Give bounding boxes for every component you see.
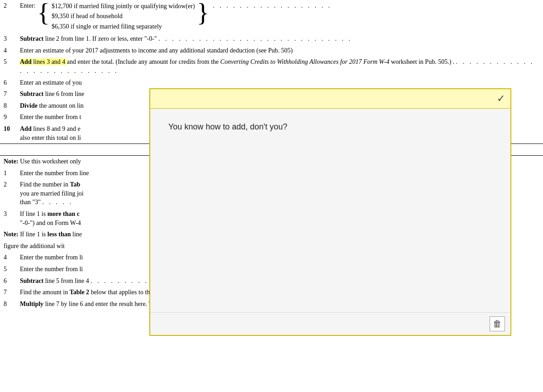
line-4-num: 4 — [4, 46, 20, 55]
tooltip-message: You know how to add, don't you? — [168, 122, 287, 131]
line-5-italic: Converting Credits to Withholding Allowa… — [220, 58, 390, 65]
note-2-label: Note: — [4, 231, 19, 238]
tline-3-num: 3 — [4, 210, 20, 219]
tline-7-num: 7 — [4, 288, 20, 297]
line-4-content: Enter an estimate of your 2017 adjustmen… — [20, 46, 539, 55]
line-2-option-3: $6,350 if single or married filing separ… — [52, 22, 195, 32]
tline-2-num: 2 — [4, 180, 20, 189]
line-10-num: 10 — [4, 124, 20, 134]
line-5-highlighted: lines 3 and 4 — [33, 58, 67, 65]
tooltip-footer: 🗑 — [150, 312, 510, 335]
tline-6-num: 6 — [4, 277, 20, 286]
note-1-text: Use this worksheet only — [20, 158, 81, 165]
line-2-options: $12,700 if married filing jointly or qua… — [52, 1, 195, 32]
line-3-text: line 2 from line 1. If zero or less, ent… — [45, 35, 157, 42]
tline-2-dots: . . . . . — [43, 199, 73, 206]
tline-2-tab-bold: Tab — [70, 181, 80, 188]
tline-1-num: 1 — [4, 169, 20, 178]
tline-7-table2: Table 2 — [70, 289, 89, 296]
tooltip-body: You know how to add, don't you? 🗑 — [150, 109, 510, 335]
line-2-content: Enter: { $12,700 if married filing joint… — [20, 1, 539, 32]
line-2-row: 2 Enter: { $12,700 if married filing joi… — [0, 0, 543, 33]
line-8-bold: Divide — [20, 102, 38, 109]
note-1-label: Note: — [4, 158, 19, 165]
tooltip-delete-button[interactable]: 🗑 — [490, 316, 505, 331]
line-6-row: 6 Enter an estimate of you — [0, 77, 543, 89]
tline-4-num: 4 — [4, 253, 20, 262]
note-2-bold: less than — [48, 231, 71, 238]
tooltip-header: ✓ — [150, 89, 510, 109]
line-7-num: 7 — [4, 90, 20, 99]
line-2-dots: . . . . . . . . . . . . . . . . . . — [209, 1, 539, 10]
line-10-add: Add — [20, 125, 32, 132]
line-7-bold: Subtract — [20, 91, 43, 97]
line-3-num: 3 — [4, 34, 20, 43]
line-4-row: 4 Enter an estimate of your 2017 adjustm… — [0, 45, 543, 57]
line-5-content: Add lines 3 and 4 and enter the total. (… — [20, 57, 539, 75]
tooltip-overlay: ✓ You know how to add, don't you? 🗑 — [149, 88, 511, 336]
line-8-num: 8 — [4, 101, 20, 110]
tline-8-num: 8 — [4, 300, 20, 309]
line-2-brace: { — [37, 1, 52, 24]
line-3-dots: . . . . . . . . . . . . . . . . . . . . … — [158, 35, 352, 42]
note-2-text2: line — [72, 231, 82, 238]
line-2-option-2: $9,350 if head of household — [52, 11, 195, 21]
tline-6-bold: Subtract — [20, 277, 43, 284]
line-5-add: Add — [20, 58, 32, 65]
tooltip-check-button[interactable]: ✓ — [497, 93, 505, 105]
line-3-row: 3 Subtract line 2 from line 1. If zero o… — [0, 33, 543, 45]
line-9-num: 9 — [4, 113, 20, 122]
line-5-text: and enter the total. (Include any amount… — [67, 58, 454, 65]
line-2-label: Enter: — [20, 1, 35, 10]
line-6-num: 6 — [4, 78, 20, 87]
line-2-option-1: $12,700 if married filing jointly or qua… — [52, 1, 195, 11]
note-2-text1: If line 1 is — [20, 231, 48, 238]
line-3-bold: Subtract — [20, 35, 43, 42]
line-5-row: 5 Add lines 3 and 4 and enter the total.… — [0, 56, 543, 76]
line-5-num: 5 — [4, 57, 20, 67]
tline-5-num: 5 — [4, 265, 20, 274]
tline-3-bold: more than c — [48, 210, 80, 217]
line-6-content: Enter an estimate of you — [20, 78, 539, 87]
tline-8-bold: Multiply — [20, 301, 43, 307]
line-2-num: 2 — [4, 1, 20, 10]
line-2-brace-close: } — [195, 1, 210, 24]
line-3-content: Subtract line 2 from line 1. If zero or … — [20, 34, 539, 43]
